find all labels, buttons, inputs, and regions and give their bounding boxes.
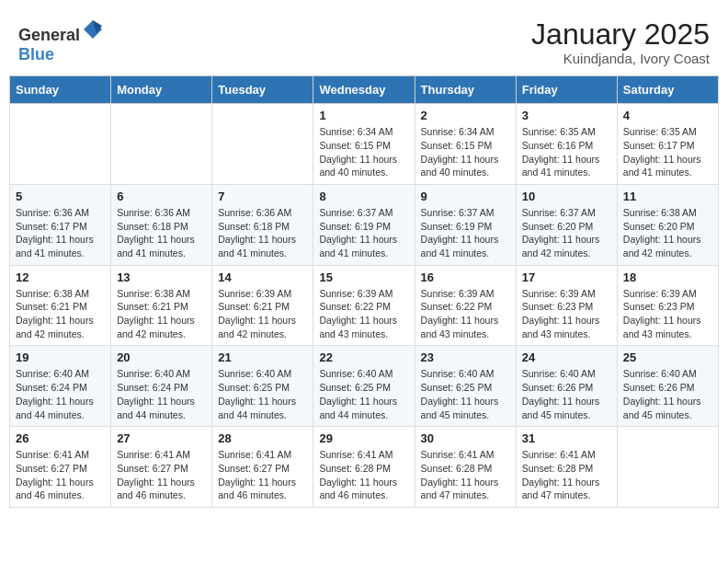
day-info: Sunrise: 6:37 AM Sunset: 6:20 PM Dayligh… [522, 206, 611, 260]
day-info: Sunrise: 6:39 AM Sunset: 6:23 PM Dayligh… [522, 287, 611, 341]
calendar-subtitle: Kuindjanda, Ivory Coast [531, 51, 710, 66]
calendar-cell: 23Sunrise: 6:40 AM Sunset: 6:25 PM Dayli… [415, 346, 516, 427]
calendar-week-row: 19Sunrise: 6:40 AM Sunset: 6:24 PM Dayli… [10, 346, 719, 427]
calendar-table: SundayMondayTuesdayWednesdayThursdayFrid… [9, 75, 719, 508]
day-number: 21 [218, 350, 307, 364]
day-number: 13 [117, 270, 206, 284]
calendar-cell: 13Sunrise: 6:38 AM Sunset: 6:21 PM Dayli… [111, 265, 212, 346]
header-sunday: Sunday [10, 76, 111, 104]
header-wednesday: Wednesday [313, 76, 415, 104]
calendar-title: January 2025 [531, 18, 710, 51]
calendar-cell: 2Sunrise: 6:34 AM Sunset: 6:15 PM Daylig… [415, 104, 516, 185]
calendar-cell [111, 104, 212, 185]
calendar-cell: 29Sunrise: 6:41 AM Sunset: 6:28 PM Dayli… [313, 427, 415, 508]
calendar-week-row: 12Sunrise: 6:38 AM Sunset: 6:21 PM Dayli… [10, 265, 719, 346]
day-number: 22 [319, 350, 408, 364]
day-info: Sunrise: 6:35 AM Sunset: 6:16 PM Dayligh… [522, 125, 611, 179]
day-info: Sunrise: 6:38 AM Sunset: 6:20 PM Dayligh… [623, 206, 712, 260]
day-info: Sunrise: 6:40 AM Sunset: 6:25 PM Dayligh… [319, 367, 408, 421]
day-number: 2 [421, 109, 510, 122]
calendar-cell: 26Sunrise: 6:41 AM Sunset: 6:27 PM Dayli… [10, 427, 111, 508]
day-info: Sunrise: 6:41 AM Sunset: 6:27 PM Dayligh… [16, 448, 105, 502]
day-info: Sunrise: 6:36 AM Sunset: 6:17 PM Dayligh… [16, 206, 105, 260]
header-thursday: Thursday [415, 76, 516, 104]
day-info: Sunrise: 6:34 AM Sunset: 6:15 PM Dayligh… [421, 125, 510, 179]
calendar-cell: 8Sunrise: 6:37 AM Sunset: 6:19 PM Daylig… [313, 184, 415, 265]
logo-general: General [18, 26, 80, 44]
calendar-cell: 25Sunrise: 6:40 AM Sunset: 6:26 PM Dayli… [617, 346, 718, 427]
day-info: Sunrise: 6:37 AM Sunset: 6:19 PM Dayligh… [421, 206, 510, 260]
day-info: Sunrise: 6:40 AM Sunset: 6:24 PM Dayligh… [117, 367, 206, 421]
day-number: 17 [522, 270, 611, 284]
day-info: Sunrise: 6:39 AM Sunset: 6:22 PM Dayligh… [421, 287, 510, 341]
calendar-cell: 27Sunrise: 6:41 AM Sunset: 6:27 PM Dayli… [111, 427, 212, 508]
day-info: Sunrise: 6:39 AM Sunset: 6:22 PM Dayligh… [319, 287, 408, 341]
calendar-header-row: SundayMondayTuesdayWednesdayThursdayFrid… [10, 76, 719, 104]
logo: General Blue [18, 18, 104, 64]
day-number: 6 [117, 190, 206, 203]
day-number: 8 [319, 190, 408, 203]
calendar-cell: 30Sunrise: 6:41 AM Sunset: 6:28 PM Dayli… [415, 427, 516, 508]
day-info: Sunrise: 6:40 AM Sunset: 6:26 PM Dayligh… [623, 367, 712, 421]
calendar-week-row: 1Sunrise: 6:34 AM Sunset: 6:15 PM Daylig… [10, 104, 719, 185]
day-info: Sunrise: 6:41 AM Sunset: 6:28 PM Dayligh… [319, 448, 408, 502]
calendar-cell: 24Sunrise: 6:40 AM Sunset: 6:26 PM Dayli… [516, 346, 617, 427]
calendar-cell [617, 427, 718, 508]
day-info: Sunrise: 6:38 AM Sunset: 6:21 PM Dayligh… [117, 287, 206, 341]
day-number: 5 [16, 190, 105, 203]
calendar-cell: 11Sunrise: 6:38 AM Sunset: 6:20 PM Dayli… [617, 184, 718, 265]
day-number: 23 [421, 350, 510, 364]
calendar-cell: 5Sunrise: 6:36 AM Sunset: 6:17 PM Daylig… [10, 184, 111, 265]
calendar-cell: 9Sunrise: 6:37 AM Sunset: 6:19 PM Daylig… [415, 184, 516, 265]
day-number: 15 [319, 270, 408, 284]
day-number: 26 [16, 431, 105, 445]
day-info: Sunrise: 6:38 AM Sunset: 6:21 PM Dayligh… [16, 287, 105, 341]
day-number: 12 [16, 270, 105, 284]
day-info: Sunrise: 6:41 AM Sunset: 6:27 PM Dayligh… [117, 448, 206, 502]
calendar-cell [10, 104, 111, 185]
day-info: Sunrise: 6:40 AM Sunset: 6:24 PM Dayligh… [16, 367, 105, 421]
calendar-cell: 18Sunrise: 6:39 AM Sunset: 6:23 PM Dayli… [617, 265, 718, 346]
day-info: Sunrise: 6:41 AM Sunset: 6:27 PM Dayligh… [218, 448, 307, 502]
calendar-cell: 15Sunrise: 6:39 AM Sunset: 6:22 PM Dayli… [313, 265, 415, 346]
calendar-cell: 16Sunrise: 6:39 AM Sunset: 6:22 PM Dayli… [415, 265, 516, 346]
calendar-cell: 3Sunrise: 6:35 AM Sunset: 6:16 PM Daylig… [516, 104, 617, 185]
calendar-cell: 20Sunrise: 6:40 AM Sunset: 6:24 PM Dayli… [111, 346, 212, 427]
day-info: Sunrise: 6:40 AM Sunset: 6:26 PM Dayligh… [522, 367, 611, 421]
day-number: 24 [522, 350, 611, 364]
day-number: 7 [218, 190, 307, 203]
day-number: 27 [117, 431, 206, 445]
title-block: January 2025 Kuindjanda, Ivory Coast [531, 18, 710, 66]
header-saturday: Saturday [617, 76, 718, 104]
calendar-cell: 12Sunrise: 6:38 AM Sunset: 6:21 PM Dayli… [10, 265, 111, 346]
day-info: Sunrise: 6:35 AM Sunset: 6:17 PM Dayligh… [623, 125, 712, 179]
day-info: Sunrise: 6:39 AM Sunset: 6:21 PM Dayligh… [218, 287, 307, 341]
calendar-cell: 10Sunrise: 6:37 AM Sunset: 6:20 PM Dayli… [516, 184, 617, 265]
calendar-week-row: 26Sunrise: 6:41 AM Sunset: 6:27 PM Dayli… [10, 427, 719, 508]
header-tuesday: Tuesday [212, 76, 313, 104]
calendar-week-row: 5Sunrise: 6:36 AM Sunset: 6:17 PM Daylig… [10, 184, 719, 265]
calendar-cell: 17Sunrise: 6:39 AM Sunset: 6:23 PM Dayli… [516, 265, 617, 346]
calendar-cell: 22Sunrise: 6:40 AM Sunset: 6:25 PM Dayli… [313, 346, 415, 427]
day-info: Sunrise: 6:39 AM Sunset: 6:23 PM Dayligh… [623, 287, 712, 341]
day-info: Sunrise: 6:41 AM Sunset: 6:28 PM Dayligh… [522, 448, 611, 502]
calendar-cell: 28Sunrise: 6:41 AM Sunset: 6:27 PM Dayli… [212, 427, 313, 508]
day-number: 28 [218, 431, 307, 445]
day-info: Sunrise: 6:40 AM Sunset: 6:25 PM Dayligh… [218, 367, 307, 421]
day-number: 1 [319, 109, 408, 122]
calendar-cell: 19Sunrise: 6:40 AM Sunset: 6:24 PM Dayli… [10, 346, 111, 427]
logo-blue: Blue [18, 45, 54, 63]
header-friday: Friday [516, 76, 617, 104]
day-info: Sunrise: 6:36 AM Sunset: 6:18 PM Dayligh… [218, 206, 307, 260]
day-info: Sunrise: 6:41 AM Sunset: 6:28 PM Dayligh… [421, 448, 510, 502]
day-number: 4 [623, 109, 712, 122]
page-header: General Blue January 2025 Kuindjanda, Iv… [9, 9, 719, 71]
logo-icon [82, 18, 104, 40]
day-number: 19 [16, 350, 105, 364]
calendar-cell [212, 104, 313, 185]
day-number: 3 [522, 109, 611, 122]
day-number: 14 [218, 270, 307, 284]
day-info: Sunrise: 6:36 AM Sunset: 6:18 PM Dayligh… [117, 206, 206, 260]
calendar-cell: 7Sunrise: 6:36 AM Sunset: 6:18 PM Daylig… [212, 184, 313, 265]
day-info: Sunrise: 6:40 AM Sunset: 6:25 PM Dayligh… [421, 367, 510, 421]
